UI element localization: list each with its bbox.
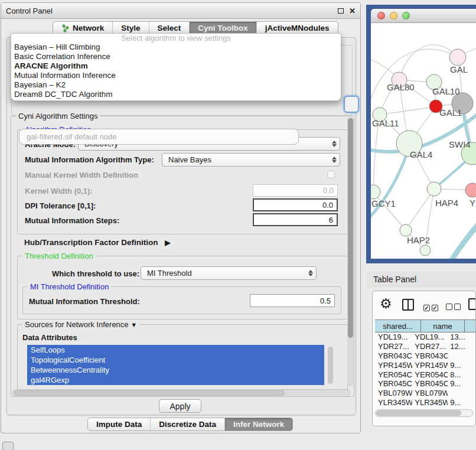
algorithm-definition-group: Algorithm Definition Aracne Mode: Discov… <box>17 129 348 234</box>
expander-arrow-right-icon: ▶ <box>165 239 170 247</box>
network-window-titlebar[interactable] <box>371 9 476 23</box>
node-label: HAP4 <box>435 198 458 208</box>
table-row[interactable]: YDR27...YDR27...12... <box>375 342 476 351</box>
popup-item-mutual-information[interactable]: Mutual Information Inference <box>11 71 341 80</box>
popup-item-aracne[interactable]: ARACNE Algorithm <box>11 61 341 71</box>
settings-vertical-scrollbar[interactable] <box>347 117 354 386</box>
close-window-icon[interactable] <box>377 12 385 19</box>
mi-threshold-value: 0.5 <box>320 296 331 305</box>
popup-item-basic-correlation[interactable]: Basic Correlation Inference <box>11 52 341 61</box>
network-node[interactable] <box>400 224 412 236</box>
algorithm-combo-fragment[interactable] <box>344 96 359 113</box>
network-node[interactable] <box>449 49 466 66</box>
column-header-clipped[interactable] <box>465 320 476 332</box>
apply-button-label: Apply <box>169 402 190 411</box>
manual-kernel-width-checkbox[interactable] <box>327 171 335 178</box>
column-header-name[interactable]: name <box>421 320 465 332</box>
float-window-icon[interactable] <box>338 8 344 14</box>
table-horizontal-scrollbar[interactable] <box>375 409 473 417</box>
table-row[interactable]: YDL19...YDL19...13... <box>375 332 476 342</box>
table-row[interactable]: YBR043CYBR043C <box>375 351 476 361</box>
list-item-label: TopologicalCoefficient <box>31 356 105 364</box>
apply-button[interactable]: Apply <box>159 399 201 413</box>
checked-pair-icon[interactable]: ✓✓ <box>423 302 438 312</box>
popup-item-dream8[interactable]: Dream8 DC_TDC Algorithm <box>11 90 341 99</box>
tab-infer-network[interactable]: Infer Network <box>225 418 292 431</box>
mi-steps-field[interactable]: 6 <box>253 213 338 226</box>
dpi-tolerance-field[interactable]: 0.0 <box>253 198 338 211</box>
tab-discretize-data[interactable]: Discretize Data <box>151 418 225 431</box>
threshold-definition-group: Threshold Definition Which threshold to … <box>17 256 348 319</box>
unchecked-pair-icon[interactable] <box>446 302 461 312</box>
table-row[interactable]: YLR345WYLR345W9... <box>375 398 476 406</box>
mi-threshold-label: Mutual Information Threshold: <box>29 297 140 306</box>
network-canvas[interactable]: GAL GAL80 GAL10 GAL1 GAL11 SWI4 GAL4 GCY… <box>371 23 476 259</box>
zoom-window-icon[interactable] <box>402 12 410 19</box>
kernel-width-label: Kernel Width (0,1): <box>25 187 93 195</box>
network-node[interactable] <box>371 185 380 199</box>
network-node[interactable] <box>465 183 476 197</box>
list-item[interactable]: SelfLoops <box>27 345 324 355</box>
which-threshold-combo[interactable]: MI Threshold <box>141 266 317 280</box>
close-panel-icon[interactable]: ✕ <box>349 7 356 15</box>
network-selector-combo[interactable]: gal-filtered.sif default node <box>19 129 299 145</box>
hub-tf-expander[interactable]: Hub/Transcription Factor Definition ▶ <box>24 238 171 247</box>
expander-arrow-down-icon[interactable]: ▼ <box>131 321 137 328</box>
app-root: Control Panel ✕ Network <box>0 0 476 450</box>
table-body: YDL19...YDL19...13... YDR27...YDR27...12… <box>375 332 476 406</box>
table-row[interactable]: YPR145WYPR145W9... <box>375 360 476 370</box>
table-row[interactable]: YBL079WYBL079W <box>375 389 476 398</box>
dpi-tolerance-value: 0.0 <box>322 201 333 210</box>
algorithm-popup: Select algorithm to view settings Bayesi… <box>11 33 341 101</box>
mi-steps-value: 6 <box>329 216 333 224</box>
list-item[interactable]: BetweennessCentrality <box>27 365 324 375</box>
network-edge-thick <box>451 223 476 259</box>
mi-algorithm-type-combo[interactable]: Naive Bayes <box>162 153 340 167</box>
table-panel-card: ⚙ ✓✓ shared... name YDL19...YDL19...13..… <box>372 291 476 426</box>
list-item[interactable]: TopologicalCoefficient <box>27 355 324 365</box>
table-row[interactable]: YER054CYER054C8... <box>375 370 476 379</box>
table-header-row: shared... name <box>375 319 476 332</box>
mi-threshold-field[interactable]: 0.5 <box>250 294 335 307</box>
mi-threshold-group-title: MI Threshold Definition <box>28 282 111 291</box>
control-panel-titlebar: Control Panel ✕ <box>1 3 360 19</box>
tab-impute-data[interactable]: Impute Data <box>88 418 151 431</box>
node-label: Y <box>470 198 475 208</box>
data-attributes-list[interactable]: SelfLoops TopologicalCoefficient Between… <box>27 345 324 385</box>
list-item[interactable]: gal4RGexp <box>27 375 324 385</box>
node-label: SWI4 <box>449 139 471 149</box>
gear-icon[interactable]: ⚙ <box>380 296 392 312</box>
tab-discretize-data-label: Discretize Data <box>159 420 216 429</box>
network-edge <box>406 189 434 230</box>
hub-tf-expander-label: Hub/Transcription Factor Definition <box>24 238 158 247</box>
cyni-algorithm-settings-group: Cyni Algorithm Settings Algorithm Defini… <box>11 116 354 397</box>
tab-select[interactable]: Select <box>149 22 190 34</box>
collapsed-panel-icon[interactable] <box>2 442 14 450</box>
node-label: HAP2 <box>407 235 430 245</box>
table-panel-header: Table Panel <box>366 270 476 288</box>
network-node[interactable] <box>427 182 441 196</box>
kernel-width-value: 0.0 <box>323 186 334 195</box>
kernel-width-field[interactable]: 0.0 <box>253 184 338 197</box>
column-header-shared-name[interactable]: shared... <box>375 320 421 332</box>
network-selector-value: gal-filtered.sif default node <box>27 132 116 141</box>
settings-horizontal-scrollbar[interactable] <box>12 389 350 397</box>
minimize-window-icon[interactable] <box>390 12 397 19</box>
cyni-algorithm-settings-title: Cyni Algorithm Settings <box>16 112 100 120</box>
document-icon[interactable] <box>468 298 476 310</box>
list-scrollbar[interactable] <box>327 346 334 385</box>
popup-item-bayesian-hill-climbing[interactable]: Bayesian – Hill Climbing <box>11 43 341 52</box>
tab-cyni-toolbox[interactable]: Cyni Toolbox <box>190 22 257 34</box>
network-node[interactable] <box>420 245 431 256</box>
table-row[interactable]: YBR045CYBR045C9... <box>375 379 476 389</box>
network-edge-thick <box>371 145 410 220</box>
tab-jactivemnodules[interactable]: jActiveMNodules <box>257 22 338 34</box>
list-item-label: SelfLoops <box>31 345 65 354</box>
popup-item-bayesian-k2[interactable]: Bayesian – K2 <box>11 80 341 90</box>
node-label: GAL11 <box>372 118 399 128</box>
tab-network[interactable]: Network <box>53 22 113 34</box>
split-columns-icon[interactable] <box>402 299 414 311</box>
tab-style[interactable]: Style <box>113 22 149 34</box>
node-label: GAL80 <box>387 82 415 92</box>
tab-infer-network-label: Infer Network <box>233 420 284 429</box>
